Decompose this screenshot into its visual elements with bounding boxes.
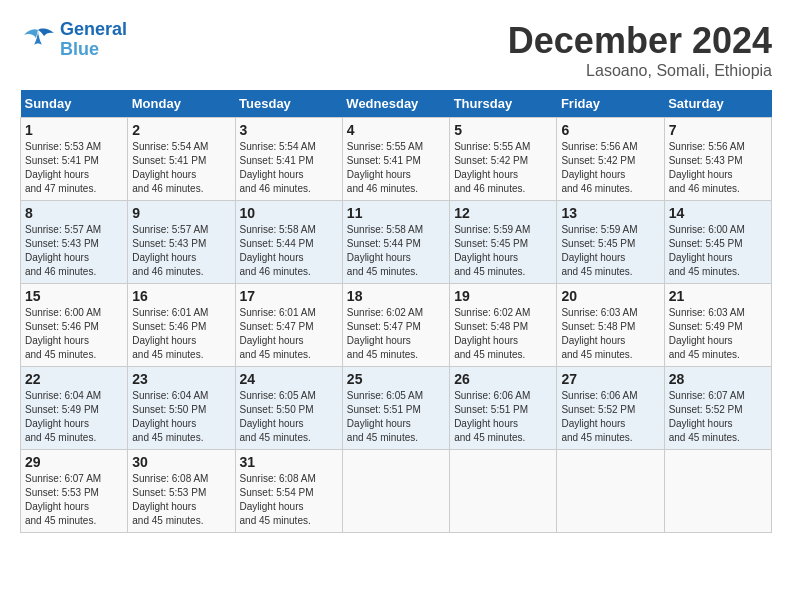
- day-info: Sunrise: 5:56 AM Sunset: 5:42 PM Dayligh…: [561, 140, 659, 196]
- day-number: 13: [561, 205, 659, 221]
- day-number: 1: [25, 122, 123, 138]
- calendar-cell: 31 Sunrise: 6:08 AM Sunset: 5:54 PM Dayl…: [235, 450, 342, 533]
- day-number: 21: [669, 288, 767, 304]
- day-info: Sunrise: 6:04 AM Sunset: 5:50 PM Dayligh…: [132, 389, 230, 445]
- month-title: December 2024: [508, 20, 772, 62]
- day-info: Sunrise: 5:58 AM Sunset: 5:44 PM Dayligh…: [347, 223, 445, 279]
- day-number: 5: [454, 122, 552, 138]
- title-block: December 2024 Lasoano, Somali, Ethiopia: [508, 20, 772, 80]
- day-info: Sunrise: 5:57 AM Sunset: 5:43 PM Dayligh…: [25, 223, 123, 279]
- calendar-cell: 2 Sunrise: 5:54 AM Sunset: 5:41 PM Dayli…: [128, 118, 235, 201]
- day-number: 29: [25, 454, 123, 470]
- calendar-header-row: SundayMondayTuesdayWednesdayThursdayFrid…: [21, 90, 772, 118]
- calendar-cell: 23 Sunrise: 6:04 AM Sunset: 5:50 PM Dayl…: [128, 367, 235, 450]
- calendar-week-row: 1 Sunrise: 5:53 AM Sunset: 5:41 PM Dayli…: [21, 118, 772, 201]
- day-info: Sunrise: 6:01 AM Sunset: 5:46 PM Dayligh…: [132, 306, 230, 362]
- header-thursday: Thursday: [450, 90, 557, 118]
- day-info: Sunrise: 6:07 AM Sunset: 5:53 PM Dayligh…: [25, 472, 123, 528]
- day-info: Sunrise: 5:54 AM Sunset: 5:41 PM Dayligh…: [132, 140, 230, 196]
- day-number: 6: [561, 122, 659, 138]
- calendar-cell: 10 Sunrise: 5:58 AM Sunset: 5:44 PM Dayl…: [235, 201, 342, 284]
- calendar-cell: 28 Sunrise: 6:07 AM Sunset: 5:52 PM Dayl…: [664, 367, 771, 450]
- header-saturday: Saturday: [664, 90, 771, 118]
- calendar-cell: 29 Sunrise: 6:07 AM Sunset: 5:53 PM Dayl…: [21, 450, 128, 533]
- day-number: 31: [240, 454, 338, 470]
- calendar-cell: 19 Sunrise: 6:02 AM Sunset: 5:48 PM Dayl…: [450, 284, 557, 367]
- day-number: 15: [25, 288, 123, 304]
- calendar-table: SundayMondayTuesdayWednesdayThursdayFrid…: [20, 90, 772, 533]
- header-wednesday: Wednesday: [342, 90, 449, 118]
- header-monday: Monday: [128, 90, 235, 118]
- calendar-week-row: 8 Sunrise: 5:57 AM Sunset: 5:43 PM Dayli…: [21, 201, 772, 284]
- calendar-cell: 21 Sunrise: 6:03 AM Sunset: 5:49 PM Dayl…: [664, 284, 771, 367]
- calendar-week-row: 15 Sunrise: 6:00 AM Sunset: 5:46 PM Dayl…: [21, 284, 772, 367]
- calendar-cell: 8 Sunrise: 5:57 AM Sunset: 5:43 PM Dayli…: [21, 201, 128, 284]
- calendar-cell: 13 Sunrise: 5:59 AM Sunset: 5:45 PM Dayl…: [557, 201, 664, 284]
- day-info: Sunrise: 5:56 AM Sunset: 5:43 PM Dayligh…: [669, 140, 767, 196]
- day-info: Sunrise: 5:55 AM Sunset: 5:42 PM Dayligh…: [454, 140, 552, 196]
- day-info: Sunrise: 6:03 AM Sunset: 5:49 PM Dayligh…: [669, 306, 767, 362]
- day-info: Sunrise: 5:55 AM Sunset: 5:41 PM Dayligh…: [347, 140, 445, 196]
- calendar-cell: [342, 450, 449, 533]
- calendar-week-row: 29 Sunrise: 6:07 AM Sunset: 5:53 PM Dayl…: [21, 450, 772, 533]
- calendar-cell: 25 Sunrise: 6:05 AM Sunset: 5:51 PM Dayl…: [342, 367, 449, 450]
- calendar-cell: 16 Sunrise: 6:01 AM Sunset: 5:46 PM Dayl…: [128, 284, 235, 367]
- calendar-cell: [664, 450, 771, 533]
- calendar-cell: [557, 450, 664, 533]
- calendar-cell: 9 Sunrise: 5:57 AM Sunset: 5:43 PM Dayli…: [128, 201, 235, 284]
- day-number: 22: [25, 371, 123, 387]
- day-info: Sunrise: 5:57 AM Sunset: 5:43 PM Dayligh…: [132, 223, 230, 279]
- day-number: 10: [240, 205, 338, 221]
- day-number: 11: [347, 205, 445, 221]
- calendar-cell: 18 Sunrise: 6:02 AM Sunset: 5:47 PM Dayl…: [342, 284, 449, 367]
- day-info: Sunrise: 6:01 AM Sunset: 5:47 PM Dayligh…: [240, 306, 338, 362]
- day-info: Sunrise: 5:59 AM Sunset: 5:45 PM Dayligh…: [561, 223, 659, 279]
- day-info: Sunrise: 6:07 AM Sunset: 5:52 PM Dayligh…: [669, 389, 767, 445]
- calendar-cell: 27 Sunrise: 6:06 AM Sunset: 5:52 PM Dayl…: [557, 367, 664, 450]
- day-info: Sunrise: 5:59 AM Sunset: 5:45 PM Dayligh…: [454, 223, 552, 279]
- day-number: 18: [347, 288, 445, 304]
- day-info: Sunrise: 5:54 AM Sunset: 5:41 PM Dayligh…: [240, 140, 338, 196]
- calendar-cell: 20 Sunrise: 6:03 AM Sunset: 5:48 PM Dayl…: [557, 284, 664, 367]
- header-tuesday: Tuesday: [235, 90, 342, 118]
- calendar-cell: 7 Sunrise: 5:56 AM Sunset: 5:43 PM Dayli…: [664, 118, 771, 201]
- day-info: Sunrise: 6:02 AM Sunset: 5:48 PM Dayligh…: [454, 306, 552, 362]
- location-subtitle: Lasoano, Somali, Ethiopia: [508, 62, 772, 80]
- day-info: Sunrise: 5:58 AM Sunset: 5:44 PM Dayligh…: [240, 223, 338, 279]
- calendar-cell: 12 Sunrise: 5:59 AM Sunset: 5:45 PM Dayl…: [450, 201, 557, 284]
- day-info: Sunrise: 6:06 AM Sunset: 5:51 PM Dayligh…: [454, 389, 552, 445]
- calendar-week-row: 22 Sunrise: 6:04 AM Sunset: 5:49 PM Dayl…: [21, 367, 772, 450]
- calendar-cell: 26 Sunrise: 6:06 AM Sunset: 5:51 PM Dayl…: [450, 367, 557, 450]
- day-number: 12: [454, 205, 552, 221]
- day-number: 27: [561, 371, 659, 387]
- day-number: 19: [454, 288, 552, 304]
- day-info: Sunrise: 6:08 AM Sunset: 5:53 PM Dayligh…: [132, 472, 230, 528]
- calendar-cell: 4 Sunrise: 5:55 AM Sunset: 5:41 PM Dayli…: [342, 118, 449, 201]
- day-number: 17: [240, 288, 338, 304]
- day-number: 20: [561, 288, 659, 304]
- logo-bird-icon: [20, 25, 56, 55]
- day-number: 9: [132, 205, 230, 221]
- day-number: 8: [25, 205, 123, 221]
- logo-text: General Blue: [60, 20, 127, 60]
- day-number: 2: [132, 122, 230, 138]
- day-number: 3: [240, 122, 338, 138]
- page-header: General Blue December 2024 Lasoano, Soma…: [20, 20, 772, 80]
- day-number: 24: [240, 371, 338, 387]
- day-info: Sunrise: 6:04 AM Sunset: 5:49 PM Dayligh…: [25, 389, 123, 445]
- header-sunday: Sunday: [21, 90, 128, 118]
- day-info: Sunrise: 6:05 AM Sunset: 5:50 PM Dayligh…: [240, 389, 338, 445]
- calendar-cell: 1 Sunrise: 5:53 AM Sunset: 5:41 PM Dayli…: [21, 118, 128, 201]
- day-number: 25: [347, 371, 445, 387]
- day-info: Sunrise: 6:05 AM Sunset: 5:51 PM Dayligh…: [347, 389, 445, 445]
- day-number: 30: [132, 454, 230, 470]
- day-info: Sunrise: 6:02 AM Sunset: 5:47 PM Dayligh…: [347, 306, 445, 362]
- day-number: 28: [669, 371, 767, 387]
- calendar-cell: 3 Sunrise: 5:54 AM Sunset: 5:41 PM Dayli…: [235, 118, 342, 201]
- day-number: 4: [347, 122, 445, 138]
- calendar-cell: 17 Sunrise: 6:01 AM Sunset: 5:47 PM Dayl…: [235, 284, 342, 367]
- day-info: Sunrise: 5:53 AM Sunset: 5:41 PM Dayligh…: [25, 140, 123, 196]
- day-info: Sunrise: 6:06 AM Sunset: 5:52 PM Dayligh…: [561, 389, 659, 445]
- day-number: 14: [669, 205, 767, 221]
- calendar-cell: 22 Sunrise: 6:04 AM Sunset: 5:49 PM Dayl…: [21, 367, 128, 450]
